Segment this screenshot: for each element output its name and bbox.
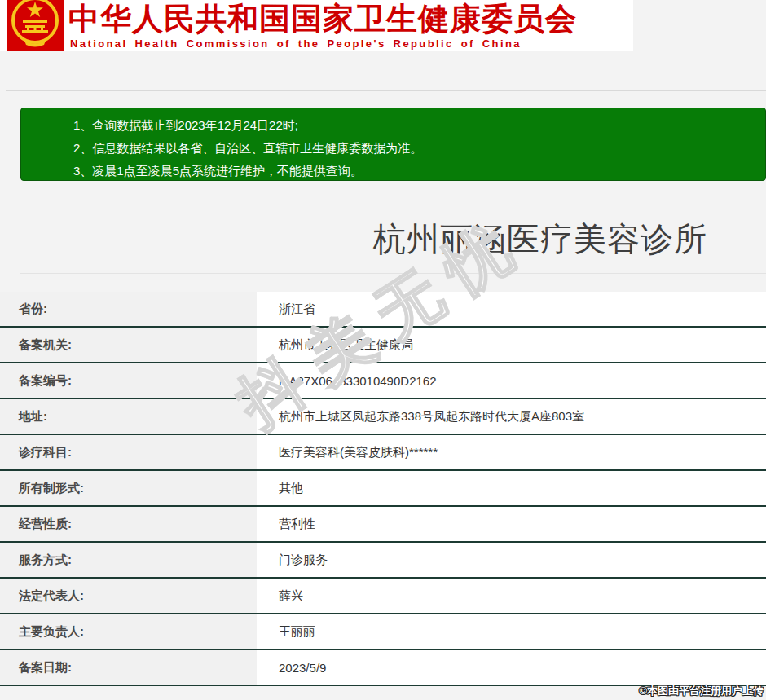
field-label: 备案机关: [0,328,257,362]
field-value: 2023/5/9 [257,650,766,685]
field-value: 王丽丽 [257,614,766,649]
table-row: 诊疗科目: 医疗美容科(美容皮肤科)****** [0,435,766,471]
field-label: 法定代表人: [0,579,257,613]
field-label: 服务方式: [0,543,257,577]
table-row: 经营性质: 营利性 [0,507,766,543]
page: 中华人民共和国国家卫生健康委员会 National Health Commiss… [0,0,766,700]
header-divider [6,90,766,91]
notice-line-3: 3、凌晨1点至凌晨5点系统进行维护，不能提供查询。 [73,160,757,183]
field-value: 营利性 [257,507,766,541]
field-label: 经营性质: [0,507,257,541]
site-title-cn: 中华人民共和国国家卫生健康委员会 [68,2,577,36]
field-value: 杭州市上城区凤起东路338号凤起东路时代大厦A座803室 [257,399,766,434]
table-row: 法定代表人: 薛兴 [0,579,766,614]
site-title-en: National Health Commission of the People… [70,37,522,50]
field-label: 省份: [0,292,257,326]
record-table: 省份: 浙江省 备案机关: 杭州市上城区卫生健康局 备案编号: MA27X064… [0,292,766,686]
field-label: 诊疗科目: [0,435,257,469]
title-divider [20,273,766,274]
field-label: 备案编号: [0,363,257,398]
table-row: 地址: 杭州市上城区凤起东路338号凤起东路时代大厦A座803室 [0,399,766,435]
field-value: 杭州市上城区卫生健康局 [257,328,766,362]
notice-line-2: 2、信息数据结果以各省、自治区、直辖市卫生健康委数据为准。 [73,137,757,160]
field-label: 主要负责人: [0,614,257,649]
notice-box: 1、查询数据截止到2023年12月24日22时; 2、信息数据结果以各省、自治区… [20,108,766,181]
field-label: 所有制形式: [0,471,257,505]
table-row: 备案日期: 2023/5/9 [0,650,766,686]
field-value: 薛兴 [257,579,766,613]
upload-stamp-watermark: ©本图由平台注册用户上传 [639,684,764,698]
field-value: 门诊服务 [257,543,766,577]
field-label: 备案日期: [0,650,257,685]
table-row: 服务方式: 门诊服务 [0,543,766,579]
field-value: 其他 [257,471,766,505]
field-value: 医疗美容科(美容皮肤科)****** [257,435,766,469]
table-row: 备案机关: 杭州市上城区卫生健康局 [0,328,766,363]
national-emblem-icon [7,0,64,51]
field-value: 浙江省 [257,292,766,326]
table-row: 备案编号: MA27X064833010490D2162 [0,363,766,399]
table-row: 省份: 浙江省 [0,292,766,328]
notice-line-1: 1、查询数据截止到2023年12月24日22时; [73,114,757,137]
table-row: 所有制形式: 其他 [0,471,766,507]
table-row: 主要负责人: 王丽丽 [0,614,766,650]
field-value: MA27X064833010490D2162 [257,363,766,398]
field-label: 地址: [0,399,257,434]
site-header: 中华人民共和国国家卫生健康委员会 National Health Commiss… [0,0,633,51]
institution-name-title: 杭州丽涵医疗美容诊所 [373,217,707,262]
